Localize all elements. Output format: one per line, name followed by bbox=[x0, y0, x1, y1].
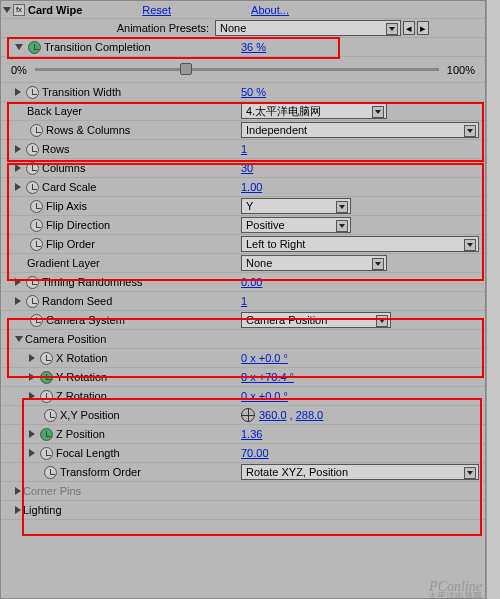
twirl-icon[interactable] bbox=[15, 164, 21, 172]
fx-toggle[interactable]: fx bbox=[13, 4, 25, 16]
presets-dropdown[interactable]: None bbox=[215, 20, 401, 36]
xy-y-value[interactable]: 288.0 bbox=[296, 409, 324, 421]
stopwatch-icon[interactable] bbox=[44, 466, 57, 479]
crosshair-icon[interactable] bbox=[241, 408, 255, 422]
stopwatch-icon[interactable] bbox=[40, 352, 53, 365]
prop-label: X,Y Position bbox=[60, 409, 120, 421]
prop-value[interactable]: 30 bbox=[241, 162, 253, 174]
prop-label: Y Rotation bbox=[56, 371, 107, 383]
slider-track[interactable] bbox=[35, 68, 439, 71]
stopwatch-icon[interactable] bbox=[30, 314, 43, 327]
twirl-icon[interactable] bbox=[29, 373, 35, 381]
twirl-icon[interactable] bbox=[29, 392, 35, 400]
stopwatch-icon[interactable] bbox=[40, 428, 53, 441]
slider-thumb[interactable] bbox=[180, 63, 192, 75]
prop-value[interactable]: 0 x +0.0 ° bbox=[241, 352, 288, 364]
prop-label: Transition Completion bbox=[44, 41, 151, 53]
prop-label: Rows & Columns bbox=[46, 124, 130, 136]
prop-value[interactable]: 0 x +0.0 ° bbox=[241, 390, 288, 402]
twirl-icon[interactable] bbox=[15, 88, 21, 96]
flip-direction-dropdown[interactable]: Positive bbox=[241, 217, 351, 233]
prop-label: Transition Width bbox=[42, 86, 121, 98]
twirl-icon[interactable] bbox=[29, 354, 35, 362]
group-label: Camera Position bbox=[25, 333, 106, 345]
prop-value[interactable]: 36 % bbox=[241, 41, 266, 53]
reset-link[interactable]: Reset bbox=[142, 4, 171, 16]
twirl-icon[interactable] bbox=[15, 183, 21, 191]
stopwatch-icon[interactable] bbox=[26, 295, 39, 308]
animation-presets-row: Animation Presets: None ◂ ▸ bbox=[1, 19, 485, 38]
prop-value: Positive bbox=[246, 219, 285, 231]
row-x-rotation: X Rotation 0 x +0.0 ° bbox=[1, 349, 485, 368]
stopwatch-icon[interactable] bbox=[30, 200, 43, 213]
stopwatch-icon[interactable] bbox=[26, 181, 39, 194]
stopwatch-icon[interactable] bbox=[30, 219, 43, 232]
row-z-rotation: Z Rotation 0 x +0.0 ° bbox=[1, 387, 485, 406]
presets-value: None bbox=[220, 22, 246, 34]
twirl-icon[interactable] bbox=[15, 145, 21, 153]
prop-value[interactable]: 1 bbox=[241, 295, 247, 307]
row-flip-order: Flip Order Left to Right bbox=[1, 235, 485, 254]
prop-value[interactable]: 50 % bbox=[241, 86, 266, 98]
prop-label: Gradient Layer bbox=[27, 257, 100, 269]
twirl-effect[interactable] bbox=[3, 7, 11, 13]
twirl-icon[interactable] bbox=[15, 297, 21, 305]
watermark-cn: 太平洋电脑网 bbox=[428, 590, 482, 599]
chevron-down-icon bbox=[376, 315, 388, 327]
back-layer-dropdown[interactable]: 4.太平洋电脑网 bbox=[241, 103, 387, 119]
prop-value: 4.太平洋电脑网 bbox=[246, 104, 321, 119]
twirl-icon[interactable] bbox=[29, 430, 35, 438]
presets-label: Animation Presets: bbox=[1, 22, 215, 34]
prop-label: Flip Axis bbox=[46, 200, 87, 212]
row-flip-axis: Flip Axis Y bbox=[1, 197, 485, 216]
twirl-icon[interactable] bbox=[15, 506, 21, 514]
twirl-icon[interactable] bbox=[15, 336, 23, 342]
prop-label: Card Scale bbox=[42, 181, 96, 193]
prop-label: X Rotation bbox=[56, 352, 107, 364]
stopwatch-icon[interactable] bbox=[26, 276, 39, 289]
prop-value[interactable]: 1.00 bbox=[241, 181, 262, 193]
prop-value[interactable]: 1 bbox=[241, 143, 247, 155]
preset-next-button[interactable]: ▸ bbox=[417, 21, 429, 35]
stopwatch-icon[interactable] bbox=[30, 124, 43, 137]
flip-axis-dropdown[interactable]: Y bbox=[241, 198, 351, 214]
prop-label: Z Position bbox=[56, 428, 105, 440]
flip-order-dropdown[interactable]: Left to Right bbox=[241, 236, 479, 252]
transform-order-dropdown[interactable]: Rotate XYZ, Position bbox=[241, 464, 479, 480]
xy-x-value[interactable]: 360.0 bbox=[259, 409, 287, 421]
chevron-down-icon bbox=[372, 258, 384, 270]
prop-value: Left to Right bbox=[246, 238, 305, 250]
twirl-icon[interactable] bbox=[29, 449, 35, 457]
stopwatch-icon[interactable] bbox=[40, 447, 53, 460]
row-rows-columns: Rows & Columns Independent bbox=[1, 121, 485, 140]
prop-label: Z Rotation bbox=[56, 390, 107, 402]
camera-system-dropdown[interactable]: Camera Position bbox=[241, 312, 391, 328]
row-timing-randomness: Timing Randomness 0.00 bbox=[1, 273, 485, 292]
vertical-scrollbar[interactable] bbox=[486, 0, 500, 599]
prop-label: Back Layer bbox=[27, 105, 82, 117]
stopwatch-icon[interactable] bbox=[40, 371, 53, 384]
row-transform-order: Transform Order Rotate XYZ, Position bbox=[1, 463, 485, 482]
gradient-layer-dropdown[interactable]: None bbox=[241, 255, 387, 271]
stopwatch-icon[interactable] bbox=[30, 238, 43, 251]
slider-max: 100% bbox=[447, 64, 475, 76]
twirl-icon[interactable] bbox=[15, 278, 21, 286]
stopwatch-icon[interactable] bbox=[40, 390, 53, 403]
prop-value[interactable]: 1.36 bbox=[241, 428, 262, 440]
prop-value[interactable]: 70.00 bbox=[241, 447, 269, 459]
row-z-position: Z Position 1.36 bbox=[1, 425, 485, 444]
prop-value[interactable]: 0 x +70.4 ° bbox=[241, 371, 294, 383]
rows-columns-dropdown[interactable]: Independent bbox=[241, 122, 479, 138]
twirl-icon[interactable] bbox=[15, 44, 23, 50]
preset-prev-button[interactable]: ◂ bbox=[403, 21, 415, 35]
about-link[interactable]: About... bbox=[251, 4, 289, 16]
stopwatch-icon[interactable] bbox=[44, 409, 57, 422]
chevron-down-icon bbox=[336, 220, 348, 232]
prop-value[interactable]: 0.00 bbox=[241, 276, 262, 288]
prop-label: Camera System bbox=[46, 314, 125, 326]
stopwatch-icon[interactable] bbox=[26, 86, 39, 99]
stopwatch-icon[interactable] bbox=[28, 41, 41, 54]
stopwatch-icon[interactable] bbox=[26, 162, 39, 175]
twirl-icon[interactable] bbox=[15, 487, 21, 495]
stopwatch-icon[interactable] bbox=[26, 143, 39, 156]
